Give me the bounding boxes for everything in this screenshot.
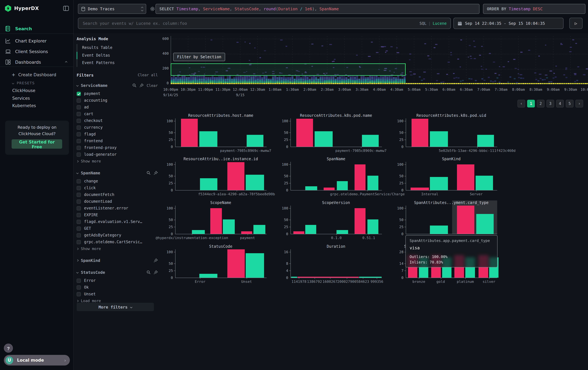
filter-item[interactable]: documentFetch bbox=[77, 191, 158, 198]
page-next-button[interactable]: › bbox=[576, 100, 583, 108]
checkbox[interactable] bbox=[77, 105, 81, 109]
heatmap-selection[interactable] bbox=[171, 64, 405, 75]
filter-section-header-statuscode[interactable]: StatusCode bbox=[77, 269, 158, 276]
show-more-button[interactable]: Show more bbox=[77, 245, 158, 252]
help-button[interactable]: ? bbox=[4, 344, 13, 353]
chart-plot[interactable]: payment-7985c8969c-mwmw7 bbox=[175, 118, 267, 147]
preset-item-services[interactable]: Services bbox=[12, 96, 30, 101]
events-heatmap[interactable] bbox=[171, 36, 588, 84]
checkbox[interactable] bbox=[77, 125, 81, 130]
page-button-2[interactable]: 2 bbox=[537, 100, 545, 108]
checkbox[interactable] bbox=[77, 240, 81, 244]
filter-item[interactable]: GET bbox=[77, 225, 158, 232]
filter-section-header-servicename[interactable]: ServiceNameClear bbox=[77, 82, 158, 89]
checkbox[interactable] bbox=[77, 139, 81, 143]
chart-plot[interactable]: 5e02b5fb-13ae-4296-bbbc-111f423c460d bbox=[406, 118, 497, 147]
filter-item[interactable]: checkout bbox=[77, 117, 158, 124]
filter-section-header-spanname[interactable]: SpanName bbox=[77, 170, 158, 177]
checkbox[interactable] bbox=[77, 186, 81, 190]
filter-item[interactable]: Unset bbox=[77, 291, 158, 298]
filter-item[interactable]: documentLoad bbox=[77, 198, 158, 205]
presets-toggle[interactable]: PRESETS bbox=[12, 81, 35, 85]
checkbox[interactable] bbox=[77, 179, 81, 183]
filter-item[interactable]: flagd bbox=[77, 131, 158, 138]
preset-item-clickhouse[interactable]: ClickHouse bbox=[12, 88, 35, 93]
chart-plot[interactable]: InternalServer bbox=[406, 162, 497, 190]
page-button-1[interactable]: 1 bbox=[527, 100, 535, 108]
page-button-3[interactable]: 3 bbox=[546, 100, 554, 108]
chart-plot[interactable]: @hyperdx/instrumentation-exceptionpaymen… bbox=[175, 206, 267, 234]
show-more-button[interactable]: Show more bbox=[77, 158, 158, 165]
filter-item[interactable]: Error bbox=[77, 277, 158, 284]
chart-plot[interactable] bbox=[406, 206, 497, 234]
page-prev-button[interactable]: ‹ bbox=[517, 100, 525, 108]
sql-select-input[interactable]: SELECT Timestamp, ServiceName, StatusCod… bbox=[156, 4, 480, 14]
filter-item[interactable]: Ok bbox=[77, 284, 158, 291]
pin-icon[interactable] bbox=[154, 270, 158, 274]
filter-item[interactable]: click bbox=[77, 185, 158, 191]
filter-item[interactable]: ad bbox=[77, 104, 158, 110]
checkbox[interactable] bbox=[77, 226, 81, 230]
checkbox[interactable] bbox=[77, 192, 81, 197]
filter-item[interactable]: eventListener.error bbox=[77, 205, 158, 211]
pin-icon[interactable] bbox=[140, 83, 144, 88]
clear-all-button[interactable]: Clear all bbox=[138, 73, 158, 77]
lang-lucene[interactable]: Lucene bbox=[433, 21, 447, 26]
checkbox[interactable] bbox=[77, 292, 81, 296]
analysis-mode-event-deltas[interactable]: Event Deltas bbox=[77, 52, 158, 59]
checkbox[interactable] bbox=[77, 152, 81, 157]
checkbox[interactable] bbox=[77, 119, 81, 123]
checkbox[interactable] bbox=[77, 132, 81, 136]
pin-icon[interactable] bbox=[154, 258, 158, 262]
filter-item[interactable]: payment bbox=[77, 90, 158, 97]
pin-icon[interactable] bbox=[154, 171, 158, 175]
filter-by-selection-button[interactable]: Filter by Selection bbox=[173, 53, 225, 61]
chart-plot[interactable]: f5344ec9-a1ea-4290-a62a-78f5bee8d90b bbox=[175, 162, 267, 190]
filter-item[interactable]: grpc.oteldemo.CartServic… bbox=[77, 239, 158, 245]
create-dashboard-button[interactable]: + Create Dashboard bbox=[11, 72, 56, 77]
more-filters-button[interactable]: More filters bbox=[77, 303, 154, 311]
search-icon[interactable] bbox=[147, 171, 151, 175]
checkbox[interactable] bbox=[77, 206, 81, 210]
sidebar-item-search[interactable]: Search bbox=[0, 24, 74, 33]
filter-item[interactable]: getAdsByCategory bbox=[77, 232, 158, 239]
page-button-5[interactable]: 5 bbox=[566, 100, 574, 108]
run-query-button[interactable]: ▷ bbox=[569, 18, 583, 29]
clear-filter-button[interactable]: Clear bbox=[147, 83, 158, 88]
filter-item[interactable]: accounting bbox=[77, 97, 158, 104]
sidebar-item-chart-explorer[interactable]: Chart Explorer bbox=[0, 37, 74, 45]
checkbox[interactable] bbox=[77, 91, 81, 96]
page-button-4[interactable]: 4 bbox=[556, 100, 564, 108]
checkbox[interactable] bbox=[77, 279, 81, 283]
sidebar-item-dashboards[interactable]: Dashboards bbox=[0, 58, 74, 66]
checkbox[interactable] bbox=[77, 98, 81, 102]
checkbox[interactable] bbox=[77, 112, 81, 116]
analysis-mode-event-patterns[interactable]: Event Patterns bbox=[77, 59, 158, 67]
lang-sql[interactable]: SQL bbox=[420, 21, 426, 26]
search-input[interactable] bbox=[82, 20, 420, 26]
checkbox[interactable] bbox=[77, 199, 81, 203]
checkbox[interactable] bbox=[77, 220, 81, 224]
chart-plot[interactable]: 1141978138679216002672000279005846239993… bbox=[290, 249, 382, 278]
filter-item[interactable]: load-generator bbox=[77, 151, 158, 158]
filter-item[interactable]: cart bbox=[77, 110, 158, 117]
filter-item[interactable]: frontend-proxy bbox=[77, 144, 158, 151]
order-by-input[interactable]: ORDER BY Timestamp DESC bbox=[483, 4, 585, 14]
filter-item[interactable]: EXPIRE bbox=[77, 211, 158, 218]
filter-item[interactable]: flagd.evaluation.v1.Serv… bbox=[77, 218, 158, 225]
filter-item[interactable]: frontend bbox=[77, 138, 158, 144]
chart-plot[interactable]: payment-7985c8969c-mwmw7 bbox=[290, 118, 382, 147]
search-icon[interactable] bbox=[133, 83, 137, 88]
source-select[interactable]: Demo Traces bbox=[78, 4, 146, 14]
sidebar-item-client-sessions[interactable]: Client Sessions bbox=[0, 47, 74, 56]
search-icon[interactable] bbox=[147, 270, 151, 274]
sidebar-collapse-icon[interactable] bbox=[63, 6, 69, 11]
filter-section-header-spankind[interactable]: SpanKind bbox=[77, 257, 158, 264]
preset-item-kubernetes[interactable]: Kubernetes bbox=[12, 103, 36, 108]
chart-plot[interactable]: ErrorUnset bbox=[175, 249, 267, 278]
chart-plot[interactable]: 0.1.00.51.1 bbox=[290, 206, 382, 234]
get-started-button[interactable]: Get Started for Free bbox=[11, 139, 62, 149]
checkbox[interactable] bbox=[77, 146, 81, 150]
filter-item[interactable]: change bbox=[77, 178, 158, 185]
checkbox[interactable] bbox=[77, 285, 81, 290]
